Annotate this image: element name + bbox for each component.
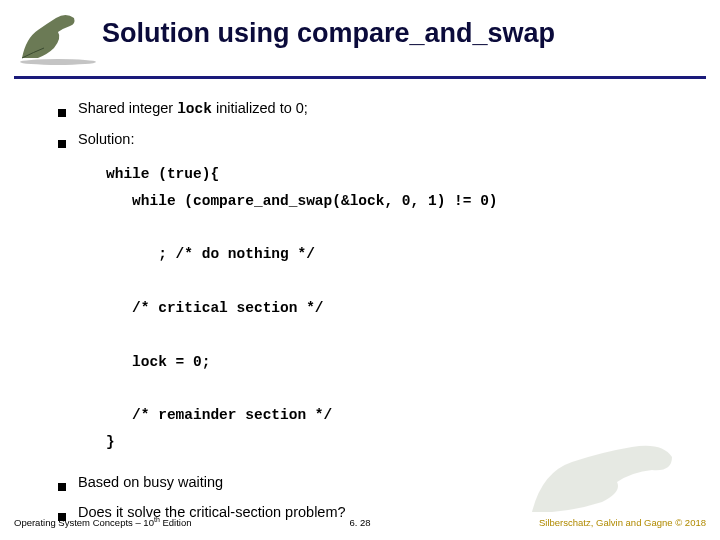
footer-page-number: 6. 28 [349,517,370,528]
dinosaur-logo [14,8,102,68]
footer: Operating System Concepts – 10th Edition… [0,516,720,528]
text-fragment: Operating System Concepts – 10 [14,517,154,528]
text-fragment: Silberschatz, Galvin and Gagne [539,517,675,528]
slide-title: Solution using compare_and_swap [102,8,555,49]
bullet-text: Solution: [78,131,134,147]
bullet-text: Based on busy waiting [78,474,223,490]
bullet-square-icon [58,109,66,117]
text-fragment: 2018 [682,517,706,528]
header-row: Solution using compare_and_swap [0,0,720,68]
slide: Solution using compare_and_swap Shared i… [0,0,720,540]
bullet-text: Shared integer lock initialized to 0; [78,100,308,117]
bullet-shared-integer: Shared integer lock initialized to 0; [58,100,696,117]
text-fragment: initialized to 0; [212,100,308,116]
footer-left: Operating System Concepts – 10th Edition [14,516,191,528]
slide-body: Shared integer lock initialized to 0; So… [58,100,696,534]
bullet-square-icon [58,483,66,491]
text-fragment: Shared integer [78,100,177,116]
svg-point-0 [20,59,96,65]
bullet-square-icon [58,140,66,148]
text-fragment: Edition [160,517,192,528]
bullet-solution: Solution: [58,131,696,147]
bullet-busy-waiting: Based on busy waiting [58,474,696,490]
code-fragment: lock [177,101,212,117]
footer-copyright: Silberschatz, Galvin and Gagne © 2018 [539,517,706,528]
code-block: while (true){ while (compare_and_swap(&l… [106,161,696,456]
title-underline [14,76,706,79]
